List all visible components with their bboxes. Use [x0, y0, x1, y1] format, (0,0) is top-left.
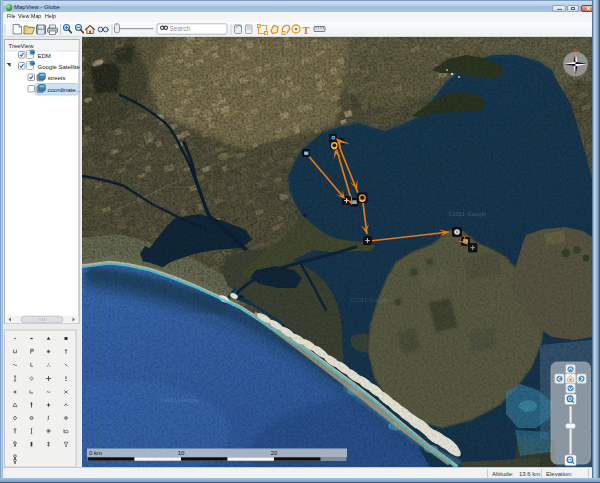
svg-text:Google Satellite: Google Satellite	[38, 64, 81, 70]
svg-text:©2011 Google: ©2011 Google	[448, 211, 487, 217]
svg-text:Search: Search	[170, 25, 191, 32]
svg-text:20: 20	[271, 450, 278, 456]
svg-text:©2011 Google: ©2011 Google	[160, 397, 199, 403]
svg-text:0 km: 0 km	[89, 450, 102, 456]
svg-text:T: T	[303, 25, 310, 36]
svg-text:streets: streets	[48, 75, 66, 81]
svg-text:EDM: EDM	[38, 53, 51, 59]
svg-text:coordinate...: coordinate...	[48, 87, 81, 93]
svg-text:©2011 Google: ©2011 Google	[350, 297, 389, 303]
svg-text:TreeView: TreeView	[9, 43, 35, 49]
svg-text:10: 10	[178, 450, 185, 456]
